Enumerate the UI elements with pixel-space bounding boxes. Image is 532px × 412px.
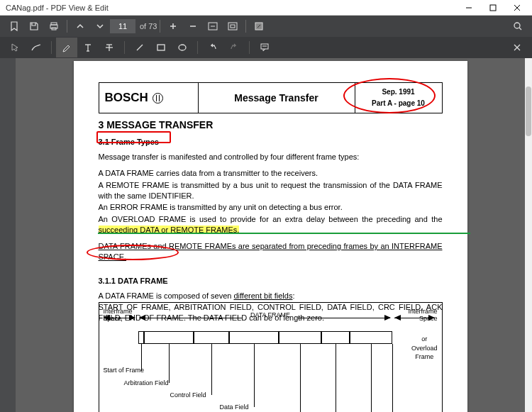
- strikethrough-tool-icon[interactable]: [99, 38, 120, 57]
- frame-diagram: InterframeSpace DATA FRAME InterframeSpa…: [99, 302, 443, 412]
- doc-body: 3 MESSAGE TRANSFER 3.1 Frame Types Messa…: [99, 119, 443, 329]
- search-icon[interactable]: [508, 16, 528, 36]
- meta-date: Sep. 1991: [382, 87, 414, 98]
- fit-width-icon[interactable]: [223, 16, 243, 36]
- fit-page-icon[interactable]: [203, 16, 223, 36]
- doc-header: BOSCH Message Transfer Sep. 1991 Part A …: [99, 82, 443, 113]
- pdf-page[interactable]: BOSCH Message Transfer Sep. 1991 Part A …: [74, 61, 467, 412]
- cursor-tool-icon[interactable]: [4, 38, 26, 57]
- paragraph: DATA FRAMEs and REMOTE FRAMEs are separa…: [99, 241, 443, 262]
- label-data: Data Field: [220, 403, 249, 411]
- separator: [160, 20, 160, 33]
- print-icon[interactable]: [44, 16, 64, 36]
- page-total-label: of 73: [140, 22, 157, 30]
- heading-2: 3.1 Frame Types: [99, 138, 159, 146]
- save-icon[interactable]: [24, 16, 44, 36]
- heading-1: 3 MESSAGE TRANSFER: [99, 119, 443, 130]
- pdf-viewer: BOSCH Message Transfer Sep. 1991 Part A …: [0, 58, 532, 412]
- heading-3: 3.1.1 DATA FRAME: [99, 277, 168, 285]
- annotation-toolbar: [0, 37, 532, 58]
- doc-meta: Sep. 1991 Part A - page 10: [355, 83, 442, 113]
- paragraph: A REMOTE FRAME is transmitted by a bus u…: [99, 180, 443, 201]
- bookmark-icon[interactable]: [4, 16, 24, 36]
- svg-line-16: [519, 28, 521, 30]
- zoom-out-icon[interactable]: [183, 16, 203, 36]
- zoom-in-icon[interactable]: [163, 16, 183, 36]
- left-gutter: [0, 58, 16, 412]
- annotation-green-line: [98, 233, 470, 234]
- paragraph: Message transfer is manifested and contr…: [99, 152, 443, 162]
- svg-rect-12: [228, 23, 237, 30]
- pen-tool-icon[interactable]: [26, 38, 47, 57]
- redo-icon[interactable]: [223, 38, 245, 57]
- svg-rect-24: [157, 45, 165, 50]
- svg-point-25: [179, 45, 186, 50]
- svg-rect-13: [231, 25, 235, 28]
- ellipse-tool-icon[interactable]: [172, 38, 193, 57]
- comment-tool-icon[interactable]: [254, 38, 275, 57]
- window-title: CANag.pdf - PDF View & Edit: [3, 4, 457, 12]
- separator: [245, 20, 246, 33]
- label-ctrl: Control Field: [170, 391, 206, 399]
- close-button[interactable]: [505, 1, 529, 15]
- svg-rect-1: [490, 5, 496, 11]
- brand-text: BOSCH: [105, 91, 148, 105]
- meta-page: Part A - page 10: [372, 98, 425, 109]
- close-toolbar-icon[interactable]: [506, 38, 528, 57]
- edit-mode-icon[interactable]: [249, 16, 269, 36]
- line-tool-icon[interactable]: [129, 38, 150, 57]
- separator: [124, 41, 125, 54]
- separator: [249, 41, 250, 54]
- label-or-overload: orOverloadFrame: [411, 335, 438, 362]
- separator: [197, 41, 198, 54]
- separator: [67, 20, 67, 33]
- text-tool-icon[interactable]: [77, 38, 99, 57]
- prev-page-icon[interactable]: [70, 16, 90, 36]
- doc-title: Message Transfer: [199, 83, 355, 113]
- paragraph: A DATA FRAME carries data from a transmi…: [99, 168, 443, 179]
- paragraph: A DATA FRAME is composed of seven differ…: [99, 291, 443, 301]
- highlight-tool-icon[interactable]: [56, 38, 77, 57]
- rectangle-tool-icon[interactable]: [150, 38, 172, 57]
- paragraph: An ERROR FRAME is transmitted by any uni…: [99, 202, 443, 213]
- label-arb: Arbitration Field: [124, 379, 169, 386]
- next-page-icon[interactable]: [90, 16, 110, 36]
- maximize-button[interactable]: [481, 1, 505, 15]
- titlebar: CANag.pdf - PDF View & Edit: [0, 0, 532, 16]
- undo-icon[interactable]: [202, 38, 223, 57]
- svg-point-15: [514, 23, 520, 28]
- brand-cell: BOSCH: [99, 83, 199, 113]
- label-sof: Start of Frame: [104, 367, 145, 374]
- bosch-logo-icon: [153, 93, 163, 104]
- main-toolbar: of 73: [0, 16, 532, 37]
- svg-line-23: [137, 45, 143, 50]
- scroll-thumb[interactable]: [526, 87, 531, 136]
- separator: [51, 41, 52, 54]
- vertical-scrollbar[interactable]: [525, 58, 532, 412]
- page-number-input[interactable]: [110, 19, 135, 33]
- minimize-button[interactable]: [457, 1, 481, 15]
